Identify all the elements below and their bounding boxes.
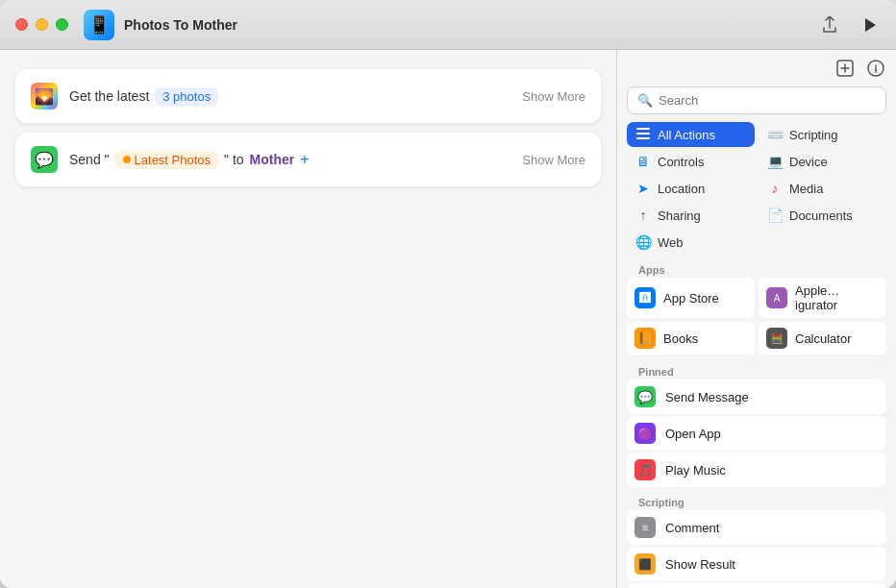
photos-icon: 🌄 [31, 83, 58, 110]
calculator-icon: 🧮 [766, 328, 787, 349]
share-button[interactable] [819, 14, 840, 36]
category-label: Media [789, 182, 823, 196]
action-row-play-music[interactable]: 🎵 Play Music [627, 453, 886, 487]
action-row-comment[interactable]: ≡ Comment [627, 510, 886, 545]
recipient-tag[interactable]: Mother [250, 152, 295, 167]
category-label: Web [658, 235, 684, 250]
category-documents[interactable]: 📄 Documents [759, 203, 886, 228]
action-list: Apps 🅰 App Store A Apple…igurator 📙 Book… [617, 260, 896, 588]
close-button[interactable] [15, 18, 28, 31]
category-device[interactable]: 💻 Device [759, 149, 886, 174]
action-card-get-photos[interactable]: 🌄 Get the latest 3 photos Show More [15, 69, 601, 123]
category-controls[interactable]: 🖥 Controls [627, 149, 755, 174]
show-more-btn-1[interactable]: Show More [522, 89, 585, 104]
send-message-icon: 💬 [635, 386, 656, 407]
action-card-content: Get the latest 3 photos [69, 87, 510, 106]
web-icon: 🌐 [635, 234, 652, 250]
app-label: App Store [663, 291, 719, 306]
messages-icon: 💬 [31, 146, 58, 173]
minimize-button[interactable] [36, 18, 48, 31]
add-recipient-btn[interactable]: + [300, 151, 309, 168]
pinned-section-label: Pinned [627, 362, 886, 380]
content-area: 🌄 Get the latest 3 photos Show More 💬 Se… [0, 50, 896, 588]
add-shortcut-btn[interactable] [836, 60, 854, 81]
latest-photos-tag[interactable]: Latest Photos [115, 151, 219, 169]
category-sharing[interactable]: ↑ Sharing [627, 203, 755, 228]
action-text-before: Get the latest [69, 88, 149, 104]
photos-count-tag[interactable]: 3 photos [155, 87, 218, 106]
panel-header [617, 50, 896, 86]
app-row-configurator[interactable]: A Apple…igurator [759, 278, 886, 318]
action-label: Play Music [665, 463, 726, 478]
category-label: Scripting [789, 128, 838, 142]
send-text-before: Send " [69, 152, 110, 167]
categories-grid: All Actions ⌨️ Scripting 🖥 Controls 💻 De… [617, 122, 896, 260]
category-label: Device [789, 155, 828, 169]
app-row-appstore[interactable]: 🅰 App Store [627, 278, 755, 318]
show-more-btn-2[interactable]: Show More [522, 153, 585, 167]
window-title: Photos To Mother [124, 17, 819, 33]
documents-icon: 📄 [766, 208, 784, 223]
send-text-middle: " to [224, 152, 244, 167]
configurator-icon: A [766, 287, 787, 308]
actions-panel: 🔍 All Actions [617, 50, 896, 588]
app-label: Calculator [795, 331, 852, 346]
category-label: Sharing [658, 208, 701, 223]
action-row-show-alert[interactable]: ⬛ Show Alert [627, 583, 886, 588]
media-icon: ♪ [766, 181, 784, 196]
titlebar: 📱 Photos To Mother [0, 0, 896, 50]
scripting-icon: ⌨️ [766, 127, 784, 142]
svg-rect-2 [636, 128, 650, 130]
search-icon: 🔍 [637, 93, 653, 108]
app-icon: 📱 [84, 10, 114, 40]
books-icon: 📙 [635, 328, 656, 349]
action-label: Show Result [665, 557, 735, 572]
scripting-section-label: Scripting [627, 493, 886, 510]
controls-icon: 🖥 [635, 154, 652, 169]
category-media[interactable]: ♪ Media [759, 176, 886, 201]
app-row-calculator[interactable]: 🧮 Calculator [759, 322, 886, 355]
app-row-books[interactable]: 📙 Books [627, 322, 755, 355]
play-button[interactable] [859, 14, 881, 36]
svg-rect-4 [636, 137, 650, 139]
action-row-show-result[interactable]: ⬛ Show Result [627, 547, 886, 581]
svg-rect-3 [636, 133, 650, 135]
info-btn[interactable] [867, 60, 884, 81]
action-card-content-2: Send " Latest Photos " to Mother + [69, 151, 510, 169]
search-bar[interactable]: 🔍 [627, 86, 886, 114]
action-label: Send Message [665, 390, 749, 404]
maximize-button[interactable] [56, 18, 68, 31]
action-label: Open App [665, 427, 721, 441]
comment-icon: ≡ [635, 517, 656, 538]
workflow-panel: 🌄 Get the latest 3 photos Show More 💬 Se… [0, 50, 617, 588]
category-label: Location [658, 182, 705, 196]
action-card-send-message[interactable]: 💬 Send " Latest Photos " to Mother + Sho… [15, 133, 601, 186]
category-all-actions[interactable]: All Actions [627, 122, 755, 147]
action-row-open-app[interactable]: 🟣 Open App [627, 416, 886, 451]
appstore-icon: 🅰 [635, 287, 656, 308]
location-icon: ➤ [635, 181, 652, 196]
category-web[interactable]: 🌐 Web [627, 230, 755, 255]
category-label: All Actions [658, 128, 715, 142]
show-result-icon: ⬛ [635, 553, 656, 575]
action-label: Comment [665, 521, 719, 535]
search-input[interactable] [659, 93, 876, 108]
apps-grid: 🅰 App Store A Apple…igurator 📙 Books 🧮 C… [627, 278, 886, 356]
titlebar-actions [819, 14, 881, 36]
traffic-lights [15, 18, 68, 31]
action-row-send-message[interactable]: 💬 Send Message [627, 380, 886, 414]
all-actions-icon [635, 127, 652, 142]
sharing-icon: ↑ [635, 208, 652, 223]
app-label: Apple…igurator [795, 283, 879, 312]
app-label: Books [663, 331, 698, 346]
open-app-icon: 🟣 [635, 423, 656, 444]
category-label: Documents [789, 208, 853, 223]
apps-section-label: Apps [627, 260, 886, 278]
category-location[interactable]: ➤ Location [627, 176, 755, 201]
category-label: Controls [658, 155, 704, 169]
category-scripting[interactable]: ⌨️ Scripting [759, 122, 886, 147]
main-window: 📱 Photos To Mother 🌄 Get the latest [0, 0, 896, 588]
device-icon: 💻 [766, 154, 784, 169]
play-music-icon: 🎵 [635, 459, 656, 480]
